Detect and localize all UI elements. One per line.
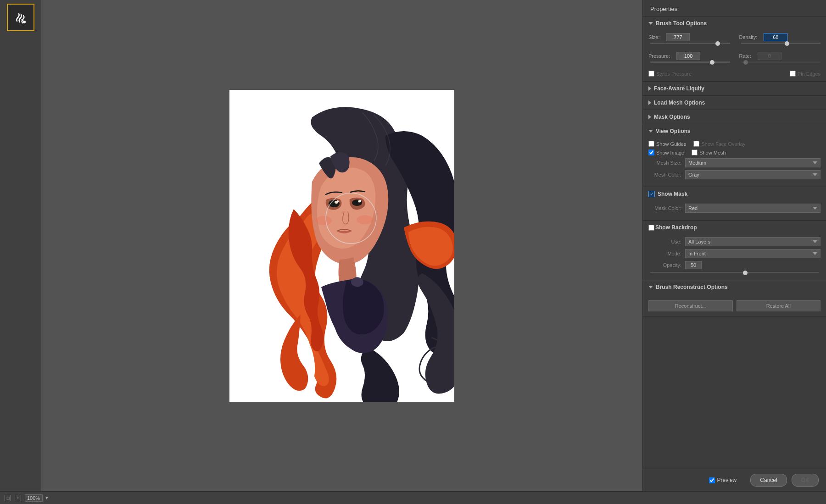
stylus-pressure-check[interactable]: Stylus Pressure (648, 71, 692, 77)
brush-reconstruct-triangle (648, 286, 653, 288)
status-bar: ◻ + 100% 50% 200% ▼ (0, 491, 826, 504)
brush-tool-options-header[interactable]: Brush Tool Options (643, 17, 826, 30)
mesh-color-select[interactable]: Gray Red Green Blue (685, 170, 820, 179)
show-mesh-checkbox[interactable] (692, 150, 698, 155)
left-toolbar (0, 0, 41, 491)
show-image-label: Show Image (656, 150, 684, 155)
view-options-section: View Options Show Guides Show Face Overl… (643, 124, 826, 187)
cancel-button[interactable]: Cancel (750, 474, 787, 487)
show-backdrop-check-item[interactable] (648, 225, 654, 231)
brush-reconstruct-header[interactable]: Brush Reconstruct Options (643, 280, 826, 294)
mesh-color-label: Mesh Color: (648, 172, 685, 177)
zoom-select[interactable]: 100% 50% 200% (25, 494, 43, 502)
backdrop-mode-select[interactable]: In Front Behind (685, 249, 820, 258)
show-image-checkbox[interactable] (648, 150, 654, 155)
guides-faceoverlay-row: Show Guides Show Face Overlay (648, 141, 820, 147)
rate-slider-track (741, 61, 821, 63)
brush-reconstruct-body: Reconstruct... Restore All (643, 294, 826, 316)
mesh-size-select[interactable]: Medium Small Large (685, 158, 820, 167)
mask-options-header[interactable]: Mask Options (643, 110, 826, 124)
stylus-pressure-checkbox[interactable] (648, 71, 654, 77)
backdrop-opacity-slider-thumb[interactable] (743, 271, 748, 275)
image-mesh-row: Show Image Show Mesh (648, 150, 820, 155)
liquify-tool-button[interactable] (7, 4, 34, 31)
load-mesh-header[interactable]: Load Mesh Options (643, 96, 826, 110)
show-backdrop-body: Use: All Layers Selected Layer Mode: In … (643, 234, 826, 280)
density-input[interactable] (764, 33, 787, 41)
size-input[interactable] (666, 33, 690, 41)
backdrop-opacity-label: Opacity: (648, 262, 685, 268)
backdrop-opacity-slider-track (650, 272, 819, 273)
density-slider[interactable] (741, 43, 821, 48)
face-aware-triangle (648, 86, 651, 91)
restore-all-button[interactable]: Restore All (737, 300, 821, 311)
backdrop-use-row: Use: All Layers Selected Layer (648, 237, 820, 246)
pressure-rate-grid: Pressure: Rate: (648, 52, 820, 67)
pin-edges-checkbox[interactable] (790, 71, 796, 77)
status-icon-2: + (15, 495, 21, 501)
density-label: Density: (739, 34, 761, 40)
show-backdrop-checkbox[interactable] (648, 225, 654, 231)
ok-button[interactable]: OK (792, 474, 819, 487)
mesh-size-label: Mesh Size: (648, 160, 685, 166)
canvas-area[interactable] (41, 0, 642, 491)
show-guides-item[interactable]: Show Guides (648, 141, 686, 147)
show-image-item[interactable]: Show Image (648, 150, 684, 155)
view-options-header[interactable]: View Options (643, 124, 826, 138)
preview-checkbox[interactable] (709, 477, 715, 483)
pin-edges-label: Pin Edges (798, 71, 820, 77)
show-backdrop-header[interactable]: Show Backdrop (643, 221, 826, 234)
density-slider-thumb[interactable] (785, 41, 789, 46)
backdrop-opacity-input[interactable] (685, 261, 702, 269)
stylus-pressure-label: Stylus Pressure (656, 71, 692, 77)
rate-input[interactable] (758, 52, 781, 60)
stylus-pin-row: Stylus Pressure Pin Edges (648, 71, 820, 77)
brush-tool-options-triangle (648, 22, 653, 25)
show-guides-label: Show Guides (656, 141, 686, 147)
density-slider-track (741, 43, 821, 44)
svg-point-8 (359, 200, 361, 202)
reconstruct-button[interactable]: Reconstruct... (648, 300, 733, 311)
rate-slider[interactable] (741, 61, 821, 67)
mask-color-row: Mask Color: Red Green Blue Gray (648, 204, 820, 213)
size-slider-thumb[interactable] (715, 41, 720, 46)
backdrop-use-select[interactable]: All Layers Selected Layer (685, 237, 820, 246)
zoom-arrow: ▼ (45, 495, 49, 500)
show-mask-header[interactable]: ✓ Show Mask (643, 187, 826, 201)
size-group: Size: (648, 33, 730, 48)
rate-label: Rate: (739, 53, 755, 59)
show-face-overlay-item[interactable]: Show Face Overlay (693, 141, 745, 147)
size-slider[interactable] (650, 43, 730, 48)
mask-color-select[interactable]: Red Green Blue Gray (685, 204, 820, 213)
preview-check[interactable]: Preview (709, 477, 737, 483)
face-aware-section: Face-Aware Liquify (643, 82, 826, 96)
backdrop-opacity-slider-container[interactable] (648, 272, 820, 273)
pressure-slider[interactable] (650, 61, 730, 67)
svg-point-9 (315, 216, 332, 225)
show-mesh-label: Show Mesh (699, 150, 726, 155)
face-aware-header[interactable]: Face-Aware Liquify (643, 82, 826, 95)
load-mesh-label: Load Mesh Options (654, 100, 705, 106)
pressure-slider-thumb[interactable] (710, 60, 714, 65)
pressure-group: Pressure: (648, 52, 730, 67)
show-mask-body: Mask Color: Red Green Blue Gray (643, 201, 826, 220)
artwork (229, 90, 454, 402)
show-mask-check-mark: ✓ (650, 192, 653, 197)
zoom-control[interactable]: 100% 50% 200% ▼ (25, 494, 49, 502)
backdrop-mode-row: Mode: In Front Behind (648, 249, 820, 258)
status-icon-1: ◻ (5, 495, 11, 501)
rate-group: Rate: (739, 52, 821, 67)
bottom-bar: Preview Cancel OK (643, 469, 826, 491)
mesh-size-row: Mesh Size: Medium Small Large (648, 158, 820, 167)
canvas-wrapper (229, 90, 454, 402)
rate-slider-thumb[interactable] (743, 60, 748, 65)
show-mask-checkbox-visual[interactable]: ✓ (648, 191, 655, 197)
show-mesh-item[interactable]: Show Mesh (692, 150, 726, 155)
mask-options-triangle (648, 115, 651, 119)
show-face-overlay-checkbox[interactable] (693, 141, 699, 147)
pin-edges-check[interactable]: Pin Edges (790, 71, 820, 77)
brush-reconstruct-section: Brush Reconstruct Options Reconstruct...… (643, 280, 826, 316)
view-options-body: Show Guides Show Face Overlay Show Image (643, 138, 826, 187)
show-guides-checkbox[interactable] (648, 141, 654, 147)
pressure-input[interactable] (676, 52, 700, 60)
